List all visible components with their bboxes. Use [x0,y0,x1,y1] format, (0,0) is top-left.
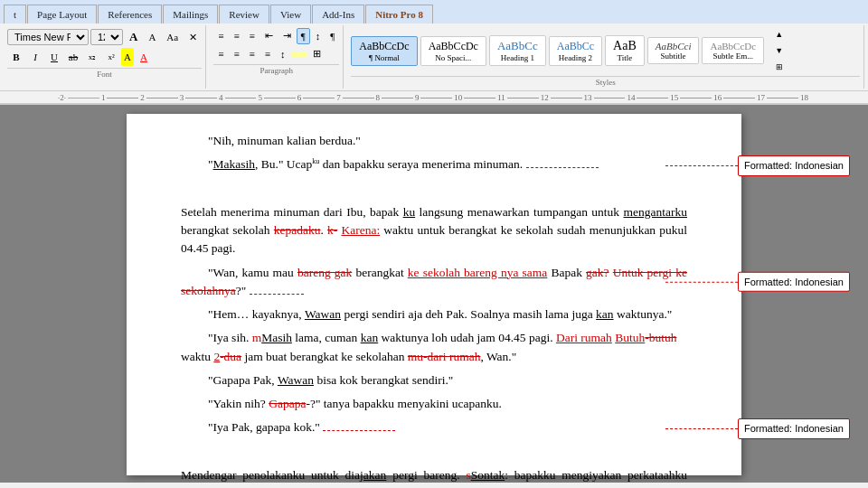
border-btn[interactable]: ⊞ [308,45,326,62]
tab-references[interactable]: References [98,5,162,23]
p2-superscript: ku [312,157,319,165]
style-normal[interactable]: AaBbCcDc ¶ Normal [351,36,417,66]
p6-butuh-strike: -butuh [645,331,676,344]
callout-1-container: Formatted: Indonesian [665,155,850,176]
decrease-indent-btn[interactable]: ⇤ [260,27,278,44]
p3-karena: Karena: [341,223,380,237]
paragraph-9: "Iya Pak, gapapa kok." [181,418,687,436]
styles-more-btn[interactable]: ⊞ [770,60,788,74]
tab-review[interactable]: Review [219,5,269,23]
tab-bar: t Page Layout References Mailings Review… [0,0,868,23]
style-heading1[interactable]: AaBbCc Heading 1 [489,35,546,66]
styles-label: Styles [351,76,860,87]
p3-kepadaku: kepadaku [274,223,321,237]
styles-up-btn[interactable]: ▲ [770,27,788,42]
bullets-btn[interactable]: ≡ [213,28,228,44]
paragraph-5: "Hem… kayaknya, Wawan pergi sendiri aja … [181,305,687,324]
paragraph-3: Setelah menerima minuman dari Ibu, bapak… [181,203,687,258]
p6-dari-rumah: Dari rumah [556,331,612,344]
bold-btn[interactable]: B [7,48,25,66]
font-section: Times New Rom 12 A A Aa ✕ B I U ab x₂ x²… [4,25,206,89]
paragraph-6: "Iya sih. mMasih lama, cuman kan waktuny… [181,329,687,366]
paragraph-7: "Gapapa Pak, Wawan bisa kok berangkat se… [181,371,687,389]
paragraph-1: "Nih, minuman kalian berdua." [181,132,687,150]
p6-2-strike: -dua [220,350,241,363]
p3-k: k- [327,223,337,237]
tab-nitro[interactable]: Nitro Pro 8 [365,5,433,23]
font-size-select[interactable]: 12 [90,29,123,45]
p6-kan: kan [361,331,379,344]
styles-section: AaBbCcDc ¶ Normal AaBbCcDc No Spaci... A… [347,25,864,89]
callout-2-line [665,281,738,282]
paragraph-spacer-2 [181,443,687,461]
p5-wawan: Wawan [305,307,341,321]
styles-down-btn[interactable]: ▼ [770,43,788,58]
style-heading2[interactable]: AaBbCc Heading 2 [549,36,602,66]
style-subtle-em[interactable]: AaBbCcDc Subtle Em... [702,37,764,64]
ruler: ·2· 1 2 3 4 5 6 7 8 9 10 11 12 13 14 15 … [0,91,868,104]
p3-ku: ku [403,205,416,219]
tab-page-layout[interactable]: Page Layout [27,5,97,23]
paragraph-10: Mendengar penolakanku untuk diajakan per… [181,466,687,483]
strikethrough-btn[interactable]: ab [64,48,82,66]
justify-btn[interactable]: ≡ [260,46,275,62]
tab-view[interactable]: View [270,5,311,23]
p4-ke-sekolah: ke sekolah bareng nya sama [408,266,548,279]
italic-btn[interactable]: I [26,48,44,66]
callout-1-line [665,165,738,166]
p6-m-red: m [249,331,261,344]
callout-2-container: Formatted: Indonesian [665,272,850,293]
clear-format-btn[interactable]: ✕ [184,29,202,46]
line-spacing-btn[interactable]: ↕ [276,46,290,62]
change-case-btn[interactable]: Aa [162,29,183,45]
p2-makasih: Makasih [213,157,256,171]
p10-sontak: Sontak [471,468,505,482]
style-title[interactable]: AaB Title [605,35,645,66]
p1-text: "Nih, minuman kalian berdua." [208,134,361,147]
align-right-btn[interactable]: ≡ [245,46,259,62]
style-subtitle[interactable]: AaBbCci Subtitle [647,37,700,64]
p4-bareng-gak: bareng gak [297,266,352,279]
document-page: "Nih, minuman kalian berdua." "Makasih, … [127,114,741,475]
grow-font-btn[interactable]: A [125,27,142,47]
shading-btn[interactable] [291,52,307,57]
show-formatting-btn[interactable]: ¶ [297,28,310,44]
style-no-spacing[interactable]: AaBbCcDc No Spaci... [420,36,486,66]
p9-dashed [323,430,395,431]
paragraph-spacer-1 [181,180,687,198]
underline-btn[interactable]: U [45,48,63,66]
sort-btn[interactable]: ↕ [311,28,326,44]
paragraph-9-container: "Iya Pak, gapapa kok." Formatted: Indone… [181,418,687,436]
paragraph-4-container: "Wan, kamu mau bareng gak berangkat ke s… [181,264,687,301]
p6-butuh: Butuh [615,331,645,344]
font-color-btn[interactable]: A [135,48,153,66]
paragraph-2-container: "Makasih, Bu." Ucapku dan bapakku seraya… [181,155,687,174]
p5-kan: kan [596,307,614,321]
tab-file[interactable]: t [4,5,26,23]
font-name-select[interactable]: Times New Rom [7,29,89,45]
align-center-btn[interactable]: ≡ [229,46,243,62]
paragraph-section: ≡ ≡ ≡ ⇤ ⇥ ¶ ↕ ¶ ≡ ≡ ≡ ≡ ↕ ⊞ Paragraph [210,25,344,89]
paragraph-8: "Yakin nih? Gapapa-?" tanya bapakku meny… [181,395,687,413]
callout-3-line [665,428,738,429]
paragraph-label: Paragraph [213,64,339,75]
shrink-font-btn[interactable]: A [144,29,160,45]
multilevel-btn[interactable]: ≡ [245,28,259,44]
numbering-btn[interactable]: ≡ [229,28,243,44]
subscript-btn[interactable]: x₂ [83,48,101,66]
tab-mailings[interactable]: Mailings [163,5,218,23]
document-area: "Nih, minuman kalian berdua." "Makasih, … [0,105,868,483]
p7-wawan: Wawan [278,373,314,387]
p2-dashed-line [526,167,599,168]
increase-indent-btn[interactable]: ⇥ [278,27,296,44]
tab-addins[interactable]: Add-Ins [312,5,364,23]
font-label: Font [7,68,202,79]
p6-mu: mu-dari rumah [408,350,481,363]
callout-3-box: Formatted: Indonesian [738,418,850,439]
pilcrow-btn[interactable]: ¶ [326,28,339,44]
text-highlight-btn[interactable]: A [121,48,134,66]
align-left-btn[interactable]: ≡ [213,46,228,62]
superscript-btn[interactable]: x² [102,48,120,66]
callout-1-box: Formatted: Indonesian [738,155,850,176]
callout-2-box: Formatted: Indonesian [738,272,850,293]
